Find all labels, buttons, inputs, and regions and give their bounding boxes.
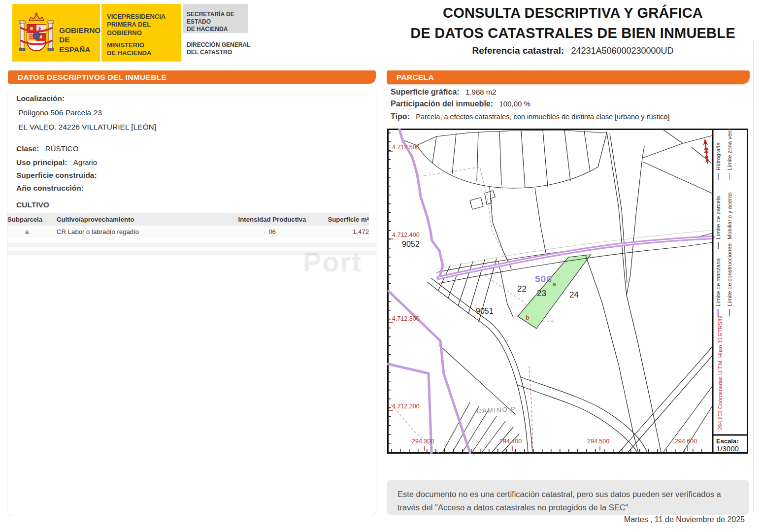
page-title-line2: DE DATOS CATASTRALES DE BIEN INMUEBLE xyxy=(394,25,752,41)
gobierno-line2: DE ESPAÑA xyxy=(59,35,100,54)
map-y-label-2: 4.712.400 xyxy=(392,232,420,238)
page-edge-divider xyxy=(753,42,754,510)
cultivo-row-cultivo: CR Labor o labradío regadío xyxy=(57,226,227,238)
map-label-9052: 9052 xyxy=(402,240,420,248)
referencia-catastral: Referencia catastral: 24231A506000230000… xyxy=(394,45,752,56)
map-y-label-1: 4.712.500 xyxy=(392,144,420,151)
cultivo-row-superficie: 1.472 xyxy=(318,226,369,238)
map-y-label-4: 4.712.200 xyxy=(392,403,420,410)
watermark: Port xyxy=(303,246,362,278)
svg-text:Límite de construcciones: Límite de construcciones xyxy=(727,244,732,306)
superficie-construida-label: Superficie construida: xyxy=(16,171,97,179)
clase-value: RÚSTICO xyxy=(45,144,79,153)
participacion-label: Participación del inmueble: xyxy=(391,100,493,108)
cultivo-col-intensidad: Intensidad Productiva xyxy=(227,213,318,226)
ministerio-line2: DE HACIENDA xyxy=(107,49,151,57)
uso-principal-label: Uso principal: xyxy=(16,158,67,166)
superficie-grafica-value: 1.988 m2 xyxy=(465,88,497,96)
legend-coords-note: 294.600 Coordenadas U.T.M. Huso 30 ETRS8… xyxy=(717,316,723,430)
left-panel-header-label: DATOS DESCRIPTIVOS DEL INMUEBLE xyxy=(18,73,166,81)
svg-text:Límite zona verde: Límite zona verde xyxy=(727,129,732,170)
cadastral-map: 4.712.500 4.712.400 4.712.300 4.712.200 … xyxy=(387,129,748,454)
escala-value: 1/3000 xyxy=(716,444,739,453)
svg-text:Límite de parcela: Límite de parcela xyxy=(715,196,721,239)
participacion-value: 100,00 % xyxy=(499,100,530,108)
svg-text:294.600 Coordenadas U.T.M. Hus: 294.600 Coordenadas U.T.M. Huso 30 ETRS8… xyxy=(717,316,723,430)
parcela-header: PARCELA xyxy=(387,70,750,84)
cultivo-col-superficie: Superficie m² xyxy=(318,213,369,226)
localizacion-label: Localización: xyxy=(16,94,65,102)
map-x-label-4: 294.600 xyxy=(675,438,697,445)
direccion-line1: DIRECCIÓN GENERAL xyxy=(187,41,250,49)
escala-label: Escala: xyxy=(716,437,739,445)
map-label-22: 22 xyxy=(517,284,527,294)
legend-limite-construcciones: Límite de construcciones xyxy=(727,244,732,316)
referencia-label: Referencia catastral: xyxy=(472,45,564,56)
disclaimer-text: Este documento no es una certificación c… xyxy=(398,490,721,512)
map-y-label-3: 4.712.300 xyxy=(392,315,420,322)
map-x-label-1: 294.300 xyxy=(412,438,434,445)
disclaimer-box: Este documento no es una certificación c… xyxy=(387,480,749,515)
secretaria-block: SECRETARÍA DE ESTADO DE HACIENDA xyxy=(183,4,248,33)
map-label-sub-a: a xyxy=(553,281,556,288)
ministerio-block: VICEPRESIDENCIA PRIMERA DEL GOBIERNO MIN… xyxy=(101,4,181,62)
tipo-value: Parcela, a efectos catastrales, con inmu… xyxy=(416,113,669,121)
svg-text:Límite de manzana: Límite de manzana xyxy=(715,258,721,306)
tipo-label: Tipo: xyxy=(391,112,410,121)
map-x-label-2: 294.400 xyxy=(499,438,522,445)
referencia-value: 24231A506000230000UD xyxy=(571,46,673,56)
svg-text:Hidrografía: Hidrografía xyxy=(715,142,721,170)
clase-label: Clase: xyxy=(16,144,39,153)
map-label-23: 23 xyxy=(537,289,546,298)
page-title-line1: CONSULTA DESCRIPTIVA Y GRÁFICA xyxy=(394,5,752,21)
map-label-24: 24 xyxy=(569,290,579,299)
cultivo-col-subparcela: Subparcela xyxy=(7,213,57,226)
uso-principal-value: Agrario xyxy=(73,158,97,166)
localizacion-line2: EL VALEO. 24226 VILLATURIEL [LEÓN] xyxy=(18,123,156,132)
vicepresidencia-line1: VICEPRESIDENCIA xyxy=(107,13,181,21)
left-panel-header: DATOS DESCRIPTIVOS DEL INMUEBLE xyxy=(8,70,376,84)
document-date: Martes , 11 de Noviembre de 2025 xyxy=(394,515,745,524)
gobierno-logo-block: GOBIERNO DE ESPAÑA xyxy=(12,4,100,62)
parcela-header-label: PARCELA xyxy=(397,73,434,81)
vicepresidencia-line2: PRIMERA DEL GOBIERNO xyxy=(107,21,181,37)
ministerio-line1: MINISTERIO xyxy=(107,41,151,49)
secretaria-line2: DE HACIENDA xyxy=(187,26,248,33)
direccion-block: DIRECCIÓN GENERAL DEL CATASTRO xyxy=(187,41,250,56)
svg-text:Mobiliario y aceras: Mobiliario y aceras xyxy=(727,192,732,239)
left-panel-card: Localización: Polígono 506 Parcela 23 EL… xyxy=(7,84,376,516)
secretaria-line1: SECRETARÍA DE ESTADO xyxy=(187,11,248,26)
map-label-506: 506 xyxy=(535,274,552,284)
map-x-label-3: 294.500 xyxy=(587,438,609,445)
map-label-sub-b: b xyxy=(526,314,529,321)
cultivo-row-subparcela: a xyxy=(7,226,57,238)
cultivo-col-cultivo: Cultivo/aprovechamiento xyxy=(57,213,227,226)
cultivo-title: CULTIVO xyxy=(16,200,49,209)
cultivo-table: Subparcela Cultivo/aprovechamiento Inten… xyxy=(7,213,376,238)
cadastral-document: GOBIERNO DE ESPAÑA VICEPRESIDENCIA PRIME… xyxy=(0,0,762,532)
gobierno-line1: GOBIERNO xyxy=(59,26,100,35)
spain-coat-of-arms-icon xyxy=(17,10,56,56)
localizacion-line1: Polígono 506 Parcela 23 xyxy=(18,108,102,117)
direccion-line2: DEL CATASTRO xyxy=(187,49,250,56)
cultivo-row-intensidad: 06 xyxy=(227,226,318,238)
anio-construccion-label: Año construcción: xyxy=(16,184,84,192)
superficie-grafica-label: Superficie gráfica: xyxy=(391,88,460,96)
map-label-9051: 9051 xyxy=(476,307,494,315)
